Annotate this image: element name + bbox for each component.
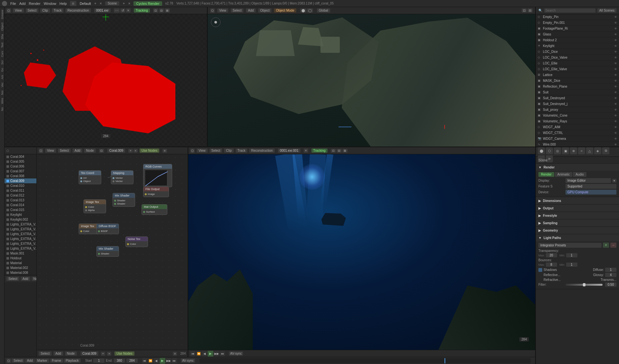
bounce-max-val[interactable]: 8 xyxy=(546,263,557,267)
reconstruction-btn[interactable]: Reconstruction xyxy=(65,8,91,13)
node-footer-node[interactable]: Node xyxy=(65,351,77,356)
avsync-btn[interactable]: AV-sync xyxy=(229,351,243,356)
vp-select-btn[interactable]: Select xyxy=(231,8,244,13)
visibility-icon[interactable]: 👁 xyxy=(614,79,617,82)
track-btn[interactable]: Track xyxy=(52,8,64,13)
outliner-item[interactable]: ▣MASK_Dice👁 xyxy=(536,78,619,84)
tl-fwd[interactable]: ▶▶ xyxy=(166,358,171,363)
select-btn[interactable]: Select xyxy=(26,8,39,13)
menu-add[interactable]: Add xyxy=(19,2,26,5)
outliner-item[interactable]: ▣Holdout 2👁 xyxy=(536,37,619,43)
outliner-item[interactable]: ∿Wire.000👁 xyxy=(536,142,619,147)
outliner-item[interactable]: ◇LOC_Ellie👁 xyxy=(536,61,619,66)
left-outliner-item[interactable]: Lights_EXTRA_V... xyxy=(5,236,36,241)
vp-icon-1[interactable]: ⬤ xyxy=(300,8,306,13)
visibility-icon[interactable]: 👁 xyxy=(614,50,617,53)
visibility-icon[interactable]: 👁 xyxy=(614,21,617,24)
outliner-item[interactable]: ▣Suit_Destroyed👁 xyxy=(536,95,619,101)
rend-filename[interactable]: 0001.exr.001 xyxy=(278,148,300,153)
all-scenes-btn[interactable]: All Scenes xyxy=(597,8,616,13)
prev-frame-btn[interactable]: ⏪ xyxy=(196,351,201,356)
outliner-item[interactable]: ◇Empty_Pin👁 xyxy=(536,14,619,20)
integrator-add-btn[interactable]: + xyxy=(603,243,609,248)
tl-add-btn[interactable]: Add xyxy=(25,359,35,363)
texture-props-icon[interactable]: ⧉ xyxy=(602,147,609,154)
node-texture-coords[interactable]: Tex Coord UV Object xyxy=(79,170,101,184)
node-toggle-1[interactable]: ⊡ xyxy=(99,149,104,153)
node-noise[interactable]: Noise Tex Color xyxy=(125,236,148,247)
node-settings-btn[interactable]: ≡ xyxy=(162,149,167,153)
node-footer-add[interactable]: Add xyxy=(54,351,63,356)
end-frame[interactable]: 380 xyxy=(114,359,125,363)
visibility-icon[interactable]: 👁 xyxy=(614,114,617,117)
filter-slider-handle[interactable] xyxy=(583,283,585,286)
tracking-mode-badge[interactable]: Tracking xyxy=(134,8,150,13)
left-outliner-item[interactable]: Coral.005 xyxy=(5,159,36,164)
render-section-header[interactable]: ▼ Render xyxy=(536,164,619,171)
left-outliner-item[interactable]: Material.002 xyxy=(5,265,36,270)
left-outliner-item[interactable]: Coral.007 xyxy=(5,169,36,174)
render-props-icon[interactable]: ⬤ xyxy=(538,147,545,154)
vp-object-btn[interactable]: Object xyxy=(258,8,271,13)
constraint-props-icon[interactable]: ⊕ xyxy=(570,147,577,154)
close-scene-btn[interactable]: × xyxy=(128,1,130,6)
trans-max-val[interactable]: 20 xyxy=(546,253,557,257)
trans-min-val[interactable]: 1 xyxy=(566,253,577,257)
left-outliner-item[interactable]: Coral.014 xyxy=(5,203,36,207)
left-outliner-item[interactable]: Coral.011 xyxy=(5,188,36,193)
world-props-icon[interactable]: ◎ xyxy=(554,147,561,154)
integrator-field[interactable]: Integrator Presets xyxy=(538,243,602,248)
display-value-field[interactable]: Image Editor xyxy=(565,178,611,183)
rend-view-btn[interactable]: View xyxy=(197,148,208,153)
left-outliner-item[interactable]: Coral.004 xyxy=(5,154,36,159)
display-toggle-1[interactable]: ⊡ xyxy=(153,8,158,13)
visibility-icon[interactable]: 👁 xyxy=(614,44,617,48)
rend-tracking-badge[interactable]: Tracking xyxy=(311,148,328,153)
tab-go[interactable]: Go xyxy=(0,67,5,73)
diffuse-val[interactable]: 1 xyxy=(605,268,616,272)
outliner-item[interactable]: ▣Suit👁 xyxy=(536,90,619,95)
outliner-item[interactable]: ◇Empty_Pin.001👁 xyxy=(536,20,619,26)
left-outliner-item[interactable]: Mask.001 xyxy=(5,251,36,256)
browse-btn[interactable]: ⋯ xyxy=(114,8,120,13)
nav-gizmo[interactable] xyxy=(211,17,221,27)
display-toggle-2[interactable]: ⊟ xyxy=(159,8,164,13)
display-toggle-3[interactable]: ⊠ xyxy=(165,8,170,13)
visibility-icon[interactable]: 👁 xyxy=(614,143,617,146)
visibility-icon[interactable]: 👁 xyxy=(614,73,617,77)
global-selector[interactable]: Global xyxy=(317,8,330,13)
tab-grease[interactable]: Grease xyxy=(0,8,5,21)
device-value-field[interactable]: GPU Compute xyxy=(565,190,616,195)
tl-avsync[interactable]: AV-sync xyxy=(181,359,195,363)
tab-wire[interactable]: Noi xyxy=(0,89,5,96)
tl-skip-start[interactable]: ⏮ xyxy=(142,358,147,363)
node-select-btn[interactable]: Select xyxy=(58,148,71,153)
outliner-item[interactable]: ▣Suit_Destroyed_j👁 xyxy=(536,101,619,107)
select-all-btn[interactable]: Select xyxy=(6,277,19,281)
visibility-icon[interactable]: 👁 xyxy=(614,120,617,123)
visibility-icon[interactable]: 👁 xyxy=(614,62,617,65)
close-btn-img[interactable]: × xyxy=(126,8,131,13)
node-footer-obj[interactable]: Coral.009 xyxy=(81,351,98,356)
node-icon-2[interactable]: × xyxy=(133,149,138,153)
light-paths-header[interactable]: ▼ Light Paths xyxy=(536,234,619,241)
outliner-item[interactable]: ▣FootagePlane_Ri👁 xyxy=(536,26,619,32)
tab-text[interactable]: Text xyxy=(0,41,5,49)
visibility-icon[interactable]: 👁 xyxy=(614,27,617,30)
scene-selector[interactable]: Scene xyxy=(105,1,119,5)
node-img-texture-1[interactable]: Image Tex Color Alpha xyxy=(84,199,106,213)
vp-view-btn[interactable]: View xyxy=(217,8,228,13)
node-mat-output[interactable]: Mat Output Surface xyxy=(142,204,167,215)
outliner-search-field[interactable]: Search xyxy=(544,8,595,13)
node-diffuse[interactable]: Diffuse BSDF BSDF xyxy=(96,224,119,234)
menu-help[interactable]: Help xyxy=(60,2,67,5)
tab-script[interactable]: Scr xyxy=(0,59,5,66)
outliner-item[interactable]: ▣Volumetric_Cone👁 xyxy=(536,113,619,119)
visibility-icon[interactable]: 👁 xyxy=(614,85,617,88)
scene-props-icon[interactable]: ⬡ xyxy=(546,147,553,154)
material-props-icon[interactable]: ◈ xyxy=(594,147,601,154)
layout-name[interactable]: Default xyxy=(80,2,91,5)
sampling-header[interactable]: ▶ Sampling xyxy=(536,219,619,226)
tab-anim[interactable]: Ani xyxy=(0,74,5,81)
left-outliner-item[interactable]: Keylight.002 xyxy=(5,217,36,222)
